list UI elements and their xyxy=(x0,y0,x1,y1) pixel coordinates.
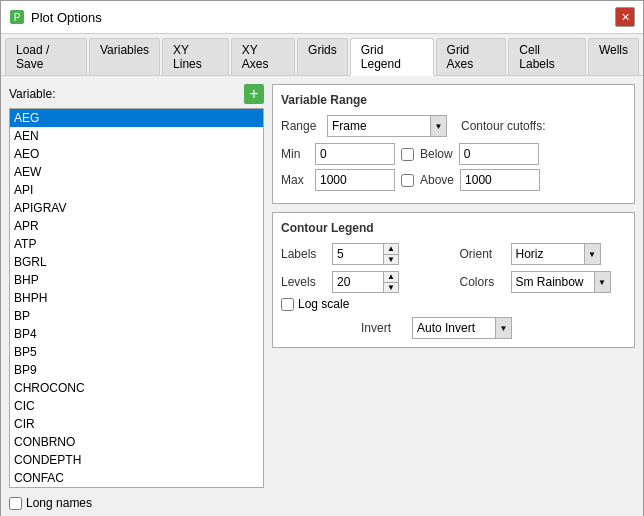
list-item[interactable]: CIR xyxy=(10,415,263,433)
range-select-wrapper[interactable]: Frame All Custom ▼ xyxy=(327,115,447,137)
contour-legend-section: Contour Legend Labels ▲ ▼ xyxy=(272,212,635,348)
levels-spin-arrows: ▲ ▼ xyxy=(383,272,398,292)
tab-xy-lines[interactable]: XY Lines xyxy=(162,38,229,75)
orient-select-wrapper[interactable]: Horiz Vert ▼ xyxy=(511,243,601,265)
list-item[interactable]: APIGRAV xyxy=(10,199,263,217)
variable-range-section: Variable Range Range Frame All Custom ▼ … xyxy=(272,84,635,204)
colors-label: Colors xyxy=(460,275,505,289)
app-icon: P xyxy=(9,9,25,25)
log-scale-label: Log scale xyxy=(298,297,349,311)
tab-load-save[interactable]: Load / Save xyxy=(5,38,87,75)
long-names-row: Long names xyxy=(9,496,264,510)
add-variable-button[interactable]: + xyxy=(244,84,264,104)
levels-spin-input[interactable] xyxy=(333,272,383,292)
levels-spin-wrapper[interactable]: ▲ ▼ xyxy=(332,271,399,293)
levels-cell: Levels ▲ ▼ xyxy=(281,271,448,293)
list-item[interactable]: APR xyxy=(10,217,263,235)
contour-grid: Labels ▲ ▼ Orient xyxy=(281,243,626,293)
colors-select-wrapper[interactable]: Sm Rainbow Rainbow Blue-Red Grayscale ▼ xyxy=(511,271,611,293)
variable-range-title: Variable Range xyxy=(281,93,626,107)
colors-select-arrow[interactable]: ▼ xyxy=(594,272,610,292)
list-item[interactable]: CONDEPTH xyxy=(10,451,263,469)
left-panel: Variable: + AEGAENAEOAEWAPIAPIGRAVAPRATP… xyxy=(9,84,264,516)
invert-select[interactable]: Auto Invert Yes No xyxy=(413,319,495,337)
invert-select-arrow[interactable]: ▼ xyxy=(495,318,511,338)
long-names-checkbox[interactable] xyxy=(9,497,22,510)
close-window-button[interactable]: ✕ xyxy=(615,7,635,27)
tab-variables[interactable]: Variables xyxy=(89,38,160,75)
list-item[interactable]: BGRL xyxy=(10,253,263,271)
levels-spin-down[interactable]: ▼ xyxy=(384,283,398,293)
window-title: Plot Options xyxy=(31,10,102,25)
labels-spin-wrapper[interactable]: ▲ ▼ xyxy=(332,243,399,265)
list-item[interactable]: BP9 xyxy=(10,361,263,379)
range-label: Range xyxy=(281,119,321,133)
above-value-input[interactable] xyxy=(460,169,540,191)
list-item[interactable]: AEO xyxy=(10,145,263,163)
max-input[interactable] xyxy=(315,169,395,191)
variable-header: Variable: + xyxy=(9,84,264,104)
variable-list[interactable]: AEGAENAEOAEWAPIAPIGRAVAPRATPBGRLBHPBHPHB… xyxy=(9,108,264,488)
min-label: Min xyxy=(281,147,309,161)
tab-cell-labels[interactable]: Cell Labels xyxy=(508,38,586,75)
range-select[interactable]: Frame All Custom xyxy=(328,117,430,135)
labels-spin-arrows: ▲ ▼ xyxy=(383,244,398,264)
contour-legend-title: Contour Legend xyxy=(281,221,626,235)
above-label: Above xyxy=(420,173,454,187)
list-item[interactable]: BHP xyxy=(10,271,263,289)
main-content: Variable: + AEGAENAEOAEWAPIAPIGRAVAPRATP… xyxy=(1,76,643,516)
list-item[interactable]: BP4 xyxy=(10,325,263,343)
list-item[interactable]: CIC xyxy=(10,397,263,415)
list-item[interactable]: ATP xyxy=(10,235,263,253)
title-bar: P Plot Options ✕ xyxy=(1,1,643,34)
below-checkbox[interactable] xyxy=(401,148,414,161)
orient-cell: Orient Horiz Vert ▼ xyxy=(460,243,627,265)
range-row: Range Frame All Custom ▼ Contour cutoffs… xyxy=(281,115,626,137)
labels-spin-down[interactable]: ▼ xyxy=(384,255,398,265)
log-scale-checkbox[interactable] xyxy=(281,298,294,311)
invert-row: Invert Auto Invert Yes No ▼ xyxy=(361,317,626,339)
labels-spin-input[interactable] xyxy=(333,244,383,264)
levels-label: Levels xyxy=(281,275,326,289)
right-panel: Variable Range Range Frame All Custom ▼ … xyxy=(272,84,635,516)
min-input[interactable] xyxy=(315,143,395,165)
list-item[interactable]: CHROCONC xyxy=(10,379,263,397)
title-bar-left: P Plot Options xyxy=(9,9,102,25)
svg-text:P: P xyxy=(14,12,21,23)
below-value-input[interactable] xyxy=(459,143,539,165)
invert-select-wrapper[interactable]: Auto Invert Yes No ▼ xyxy=(412,317,512,339)
max-label: Max xyxy=(281,173,309,187)
orient-label: Orient xyxy=(460,247,505,261)
list-item[interactable]: AEN xyxy=(10,127,263,145)
main-window: P Plot Options ✕ Load / Save Variables X… xyxy=(0,0,644,516)
labels-spin-up[interactable]: ▲ xyxy=(384,244,398,255)
list-item[interactable]: API xyxy=(10,181,263,199)
tab-grids[interactable]: Grids xyxy=(297,38,348,75)
above-checkbox[interactable] xyxy=(401,174,414,187)
invert-label: Invert xyxy=(361,321,406,335)
long-names-label: Long names xyxy=(26,496,92,510)
colors-select[interactable]: Sm Rainbow Rainbow Blue-Red Grayscale xyxy=(512,273,594,291)
log-scale-row: Log scale xyxy=(281,297,626,311)
list-item[interactable]: CONFAC xyxy=(10,469,263,487)
list-item[interactable]: BP xyxy=(10,307,263,325)
list-item[interactable]: CONBRNO xyxy=(10,433,263,451)
labels-cell: Labels ▲ ▼ xyxy=(281,243,448,265)
list-item[interactable]: AEW xyxy=(10,163,263,181)
tab-grid-legend[interactable]: Grid Legend xyxy=(350,38,434,76)
list-item[interactable]: AEG xyxy=(10,109,263,127)
tab-wells[interactable]: Wells xyxy=(588,38,639,75)
orient-select-arrow[interactable]: ▼ xyxy=(584,244,600,264)
levels-spin-up[interactable]: ▲ xyxy=(384,272,398,283)
max-row: Max Above xyxy=(281,169,626,191)
list-item[interactable]: BP5 xyxy=(10,343,263,361)
range-select-arrow[interactable]: ▼ xyxy=(430,116,446,136)
tab-bar: Load / Save Variables XY Lines XY Axes G… xyxy=(1,34,643,76)
contour-cutoffs-label: Contour cutoffs: xyxy=(461,119,546,133)
tab-xy-axes[interactable]: XY Axes xyxy=(231,38,295,75)
list-item[interactable]: BHPH xyxy=(10,289,263,307)
below-label: Below xyxy=(420,147,453,161)
labels-label: Labels xyxy=(281,247,326,261)
orient-select[interactable]: Horiz Vert xyxy=(512,245,584,263)
tab-grid-axes[interactable]: Grid Axes xyxy=(436,38,507,75)
